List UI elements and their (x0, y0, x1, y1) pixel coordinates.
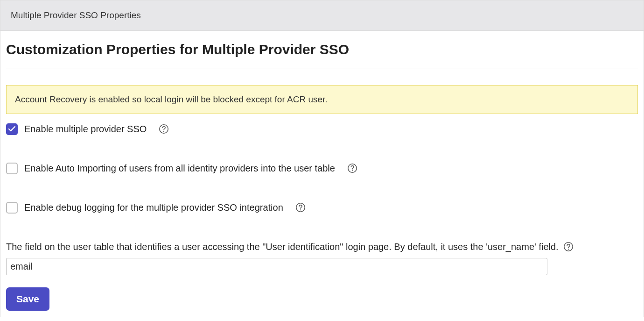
checkbox-enable-sso[interactable] (6, 123, 18, 135)
help-circle-icon (295, 202, 306, 213)
info-alert: Account Recovery is enabled so local log… (6, 85, 638, 114)
check-icon (8, 126, 15, 132)
label-user-field: The field on the user table that identif… (6, 240, 559, 253)
panel-content: Customization Properties for Multiple Pr… (0, 31, 644, 317)
option-debug-logging: Enable debug logging for the multiple pr… (6, 201, 638, 214)
option-enable-sso: Enable multiple provider SSO (6, 122, 638, 136)
svg-point-3 (352, 170, 353, 171)
help-circle-icon (159, 124, 169, 134)
label-auto-import: Enable Auto Importing of users from all … (24, 162, 335, 175)
panel-header-title: Multiple Provider SSO Properties (11, 10, 141, 20)
option-auto-import: Enable Auto Importing of users from all … (6, 162, 638, 175)
help-circle-icon (347, 163, 357, 173)
page-title: Customization Properties for Multiple Pr… (6, 31, 638, 69)
checkbox-auto-import[interactable] (6, 163, 18, 174)
save-button[interactable]: Save (6, 287, 49, 311)
properties-panel: Multiple Provider SSO Properties Customi… (0, 0, 644, 317)
help-circle-icon (563, 242, 574, 252)
svg-point-7 (568, 249, 569, 250)
checkbox-debug-logging[interactable] (6, 202, 18, 214)
help-debug-logging[interactable] (295, 202, 306, 213)
user-field-label-row: The field on the user table that identif… (6, 240, 638, 253)
help-enable-sso[interactable] (159, 124, 169, 134)
svg-point-1 (163, 131, 164, 132)
label-debug-logging: Enable debug logging for the multiple pr… (24, 201, 283, 214)
panel-header: Multiple Provider SSO Properties (0, 0, 644, 31)
user-field-input[interactable] (6, 258, 547, 275)
help-auto-import[interactable] (347, 163, 357, 173)
help-user-field[interactable] (563, 242, 574, 252)
info-alert-text: Account Recovery is enabled so local log… (15, 94, 328, 104)
label-enable-sso: Enable multiple provider SSO (24, 122, 147, 136)
svg-point-5 (300, 209, 301, 210)
